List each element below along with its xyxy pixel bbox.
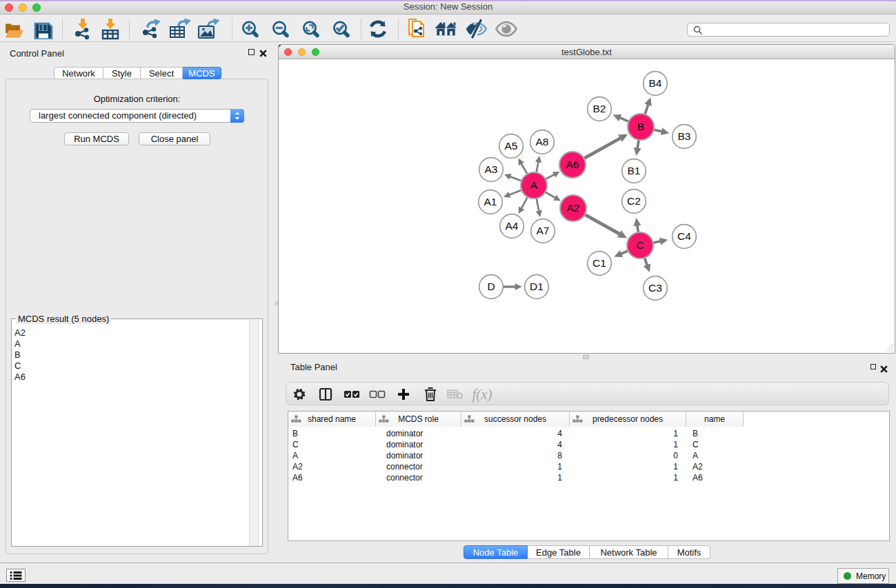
svg-text:C3: C3 [648, 282, 662, 294]
svg-text:A7: A7 [537, 225, 550, 236]
svg-text:B1: B1 [628, 165, 641, 176]
svg-text:D1: D1 [530, 281, 544, 292]
svg-text:C: C [636, 239, 644, 251]
svg-text:A3: A3 [485, 163, 498, 175]
svg-text:A1: A1 [484, 196, 497, 207]
svg-text:A5: A5 [505, 140, 518, 152]
svg-text:A6: A6 [566, 159, 579, 170]
svg-text:C2: C2 [627, 195, 641, 207]
svg-text:A4: A4 [506, 220, 519, 232]
svg-text:A8: A8 [536, 136, 549, 148]
svg-text:B: B [637, 121, 644, 132]
svg-text:D: D [487, 281, 495, 292]
svg-text:B4: B4 [649, 77, 662, 89]
svg-text:A2: A2 [567, 202, 580, 214]
svg-text:A: A [530, 179, 538, 191]
svg-text:B2: B2 [593, 103, 606, 114]
svg-text:C1: C1 [593, 257, 606, 269]
svg-text:B3: B3 [678, 130, 691, 142]
svg-text:C4: C4 [677, 230, 691, 242]
